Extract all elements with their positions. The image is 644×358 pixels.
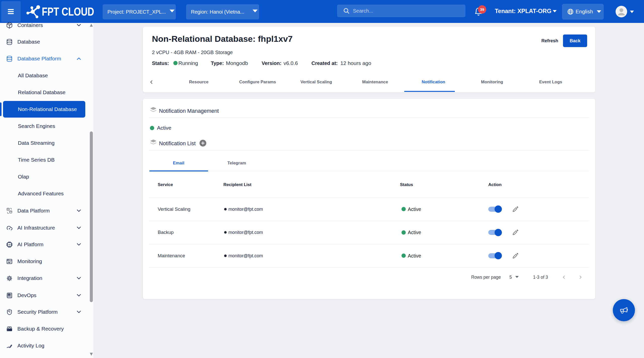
svg-text:AI: AI: [8, 243, 11, 246]
svg-text:API: API: [8, 277, 11, 279]
